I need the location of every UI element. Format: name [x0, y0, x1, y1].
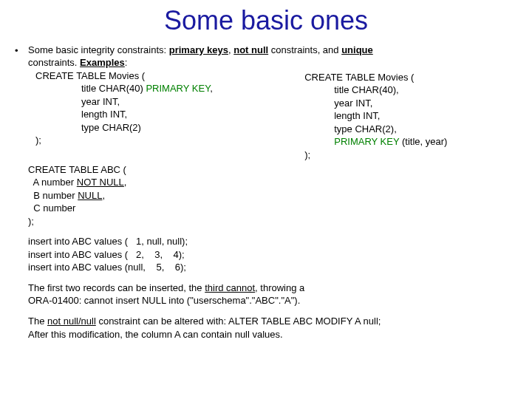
insert-line: insert into ABC values (null, 5, 6);: [28, 261, 517, 274]
code-line: length INT,: [304, 109, 517, 123]
term-not-null-null: not null/null: [47, 316, 96, 327]
code-line: title CHAR(40),: [304, 83, 517, 97]
code-line: PRIMARY KEY (title, year): [304, 135, 517, 149]
code-line: C number: [28, 202, 517, 215]
keyword-primary-key: PRIMARY KEY: [146, 83, 210, 94]
bullet-icon: •: [15, 44, 28, 58]
term-unique: unique: [341, 44, 373, 55]
intro-line-2: constraints. Examples:: [28, 56, 517, 69]
keyword-null: NULL: [78, 190, 102, 201]
body-row: • Some basic integrity constraints: prim…: [15, 44, 517, 341]
text: title CHAR(40): [81, 83, 146, 94]
right-column: CREATE TABLE Movies ( title CHAR(40), ye…: [304, 69, 517, 162]
insert-line: insert into ABC values ( 2, 3, 4);: [28, 248, 517, 262]
paragraph: The not null/null constraint can be alte…: [28, 315, 517, 328]
text: :: [125, 57, 128, 68]
term-primary-keys: primary keys: [169, 44, 228, 55]
left-column: CREATE TABLE Movies ( title CHAR(40) PRI…: [28, 69, 282, 162]
paragraph-line: ORA-01400: cannot insert NULL into ("use…: [28, 294, 517, 307]
slide: Some basic ones • Some basic integrity c…: [0, 3, 532, 399]
code-line: type CHAR(2),: [304, 123, 517, 136]
text: The: [28, 316, 47, 327]
code-line: CREATE TABLE ABC (: [28, 163, 517, 177]
code-line: title CHAR(40) PRIMARY KEY,: [28, 82, 282, 95]
slide-title: Some basic ones: [15, 3, 517, 39]
paragraph-line: After this modification, the column A ca…: [28, 328, 517, 341]
code-line: length INT,: [28, 108, 282, 121]
code-line: );: [28, 134, 282, 147]
intro-line-1: Some basic integrity constraints: primar…: [28, 44, 517, 57]
term-examples: Examples: [80, 57, 125, 68]
text: Some basic integrity constraints:: [28, 44, 169, 55]
code-line: B number NULL,: [28, 189, 517, 202]
paragraph: The first two records can be inserted, t…: [28, 282, 517, 295]
two-column: CREATE TABLE Movies ( title CHAR(40) PRI…: [28, 69, 517, 162]
insert-line: insert into ABC values ( 1, null, null);: [28, 235, 517, 248]
term-not-null: not null: [233, 44, 268, 55]
text: B number: [28, 190, 78, 201]
code-line: A number NOT NULL,: [28, 176, 517, 189]
keyword-primary-key: PRIMARY KEY: [334, 136, 399, 147]
text: , throwing a: [255, 282, 304, 293]
code-line: type CHAR(2): [28, 121, 282, 134]
code-line: CREATE TABLE Movies (: [28, 69, 282, 83]
code-line: year INT,: [304, 97, 517, 110]
code-line: );: [304, 149, 517, 162]
text: The first two records can be inserted, t…: [28, 282, 205, 293]
code-line: year INT,: [28, 95, 282, 109]
text: constraints, and: [268, 44, 341, 55]
code-line: );: [28, 215, 517, 228]
term-third-cannot: third cannot: [205, 282, 255, 293]
code-line: CREATE TABLE Movies (: [304, 71, 517, 84]
abc-block: CREATE TABLE ABC ( A number NOT NULL, B …: [28, 163, 517, 228]
body-content: Some basic integrity constraints: primar…: [28, 44, 517, 341]
text: ,: [124, 177, 127, 188]
text: constraints.: [28, 57, 80, 68]
text: (title, year): [399, 136, 447, 147]
keyword-not-null: NOT NULL: [77, 177, 124, 188]
text: ,: [210, 83, 213, 94]
text: ,: [102, 190, 105, 201]
text: constraint can be altered with: ALTER TA…: [96, 316, 381, 327]
text: A number: [28, 177, 77, 188]
